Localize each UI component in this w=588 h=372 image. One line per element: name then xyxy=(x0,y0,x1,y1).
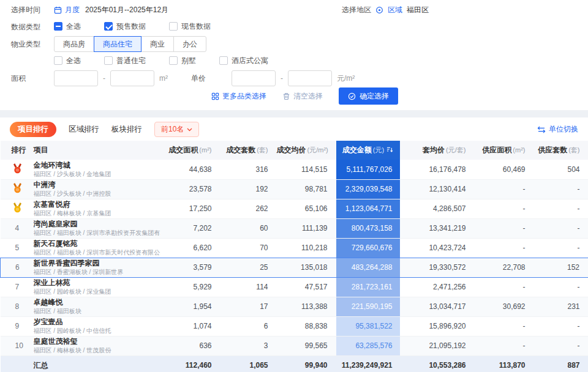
project-cell: 岁宝壹品 福田区 / 园岭板块 / 中信信托 xyxy=(29,316,160,336)
column-header-label: 供应套数 xyxy=(538,146,567,154)
cell-unit-avg-price: 2,471,256 xyxy=(400,277,475,297)
checkbox-option[interactable]: 酒店式公寓 xyxy=(219,56,268,66)
price-min-input[interactable] xyxy=(232,70,276,86)
unit-price-unit: 元/m² xyxy=(337,73,355,84)
project-name[interactable]: 新天石厦铭苑 xyxy=(34,239,160,248)
cell-deal-units: 6 xyxy=(221,316,277,336)
checkbox-option[interactable]: 预售数据 xyxy=(104,21,146,32)
project-name[interactable]: 中洲湾 xyxy=(34,180,160,189)
cell-supply-units: - xyxy=(534,316,588,336)
property-type-tab[interactable]: 办公 xyxy=(173,36,206,52)
unit-switch-button[interactable]: 单位切换 xyxy=(537,124,578,135)
medal-icon xyxy=(13,163,22,176)
sort-desc-icon[interactable] xyxy=(386,146,393,155)
ranking-tab[interactable]: 项目排行 xyxy=(10,122,56,137)
more-categories-button[interactable]: 更多品类选择 xyxy=(211,91,266,102)
table-row[interactable]: 10 皇庭世茂裕玺 福田区 / 梅林板块 / 世茂股份 636 3 99,565… xyxy=(1,336,588,355)
table-row[interactable]: 8 卓越峰悦 福田区 / 福田板块 1,954 17 113,388 221,5… xyxy=(1,297,588,316)
table-header-row: 排行项目成交面积(m²)成交套数(套)成交均价(元/m²)成交金额(元)套均价(… xyxy=(1,141,588,160)
time-range-value[interactable]: 2025年01月--2025年12月 xyxy=(85,5,168,15)
time-mode[interactable]: 月度 xyxy=(65,5,80,15)
area-max-input[interactable] xyxy=(110,70,154,86)
total-unit-avg-price: 10,553,286 xyxy=(400,355,475,372)
cell-deal-avg-price: 110,218 xyxy=(277,238,336,258)
rank-cell xyxy=(1,179,29,199)
cell-supply-area: 22,708 xyxy=(475,258,534,277)
column-header[interactable]: 成交金额(元) xyxy=(336,141,400,160)
project-location: 福田区 / 园岭板块 / 中信信托 xyxy=(34,327,160,335)
project-cell: 卓越峰悦 福田区 / 福田板块 xyxy=(29,297,160,316)
table-row[interactable]: 6 新世界香蜜四季家园 福田区 / 香蜜湖板块 / 深圳新世界 3,579 25… xyxy=(1,258,588,277)
table-row[interactable]: 中洲湾 福田区 / 沙头板块 / 中洲控股 23,578 192 98,781 … xyxy=(1,179,588,199)
checkbox-option[interactable]: 现售数据 xyxy=(169,21,211,32)
cell-unit-avg-price: 16,176,478 xyxy=(400,160,475,179)
project-name[interactable]: 京基富悦府 xyxy=(34,200,160,209)
rank-number: 10 xyxy=(15,341,23,350)
checkbox-label: 普通住宅 xyxy=(116,56,146,66)
area-min-input[interactable] xyxy=(54,70,98,86)
project-name[interactable]: 深业上林苑 xyxy=(34,278,160,287)
project-name[interactable]: 皇庭世茂裕玺 xyxy=(34,337,160,346)
property-type-tab[interactable]: 商品房 xyxy=(54,36,94,52)
cell-deal-amount: 5,111,767,026 xyxy=(336,160,400,179)
confirm-selection-button[interactable]: 确定选择 xyxy=(339,87,398,105)
region-type[interactable]: 区域 xyxy=(388,5,402,15)
cell-supply-units: - xyxy=(534,179,588,199)
column-header-unit: (套) xyxy=(568,146,579,154)
checkbox-icon xyxy=(219,56,228,65)
column-header[interactable]: 供应面积(m²) xyxy=(475,141,534,160)
cell-supply-area: - xyxy=(475,179,534,199)
column-header[interactable]: 排行 xyxy=(1,141,29,160)
property-type-tab[interactable]: 商业 xyxy=(141,36,174,52)
checkbox-option[interactable]: 别墅 xyxy=(169,56,196,66)
table-row[interactable]: 金地环湾城 福田区 / 沙头板块 / 金地集团 44,638 316 114,5… xyxy=(1,160,588,179)
cell-deal-units: 25 xyxy=(221,258,277,277)
region-value[interactable]: 福田区 xyxy=(407,5,429,15)
cell-supply-units: - xyxy=(534,238,588,258)
column-header[interactable]: 套均价(元/套) xyxy=(400,141,475,160)
medal-icon xyxy=(13,183,22,195)
clear-selection-button[interactable]: 清空选择 xyxy=(282,91,323,102)
project-name[interactable]: 湾尚庭皇家园 xyxy=(34,220,160,228)
property-type-tab[interactable]: 商品住宅 xyxy=(94,36,141,52)
calendar-icon xyxy=(54,6,62,14)
checkbox-option[interactable]: 全选 xyxy=(54,21,81,32)
project-name[interactable]: 金地环湾城 xyxy=(34,161,160,169)
rank-number: 4 xyxy=(15,224,20,232)
table-row[interactable]: 7 深业上林苑 福田区 / 园岭板块 / 深业集团 5,929 114 47,5… xyxy=(1,277,588,297)
column-header-unit: (元/套) xyxy=(446,146,466,154)
project-name[interactable]: 新世界香蜜四季家园 xyxy=(34,259,160,267)
project-name[interactable]: 岁宝壹品 xyxy=(34,318,160,326)
ranking-tab[interactable]: 板块排行 xyxy=(111,122,142,137)
ranking-tab[interactable]: 区域排行 xyxy=(69,122,99,137)
table-row[interactable]: 5 新天石厦铭苑 福田区 / 福田板块 / 深圳市新天时代投资有限公... 6,… xyxy=(1,238,588,258)
price-max-input[interactable] xyxy=(288,70,332,86)
rank-number: 7 xyxy=(15,283,20,291)
column-header[interactable]: 成交面积(m²) xyxy=(160,141,221,160)
column-header[interactable]: 成交套数(套) xyxy=(221,141,277,160)
cell-supply-units: - xyxy=(534,277,588,297)
table-row[interactable]: 4 湾尚庭皇家园 福田区 / 福田板块 / 深圳市承勘投资开发集团有... 7,… xyxy=(1,218,588,238)
checkbox-option[interactable]: 普通住宅 xyxy=(104,56,146,66)
project-name[interactable]: 卓越峰悦 xyxy=(34,298,160,307)
checkbox-label: 全选 xyxy=(66,21,81,32)
column-header[interactable]: 供应套数(套) xyxy=(534,141,588,160)
project-cell: 新世界香蜜四季家园 福田区 / 香蜜湖板块 / 深圳新世界 xyxy=(29,258,160,277)
checkbox-option[interactable]: 全选 xyxy=(54,56,81,66)
cell-unit-avg-price: 10,423,724 xyxy=(400,238,475,258)
table-row[interactable]: 京基富悦府 福田区 / 梅林板块 / 京基集团 17,250 262 65,10… xyxy=(1,199,588,218)
project-cell: 皇庭世茂裕玺 福田区 / 梅林板块 / 世茂股份 xyxy=(29,336,160,355)
cell-deal-area: 636 xyxy=(160,336,221,355)
rank-cell: 7 xyxy=(1,277,29,297)
chevron-down-icon xyxy=(187,128,192,132)
column-header[interactable]: 项目 xyxy=(29,141,160,160)
total-supply-area: 113,870 xyxy=(475,355,534,372)
area-range-dash: - xyxy=(103,74,105,83)
rank-cell xyxy=(1,199,29,218)
checkbox-label: 现售数据 xyxy=(181,21,211,32)
table-row[interactable]: 9 岁宝壹品 福田区 / 园岭板块 / 中信信托 1,074 6 88,838 … xyxy=(1,316,588,336)
column-header[interactable]: 成交均价(元/m²) xyxy=(277,141,336,160)
rank-cell: 9 xyxy=(1,316,29,336)
top-n-dropdown[interactable]: 前10名 xyxy=(154,122,199,137)
unit-price-label: 单价 xyxy=(191,73,232,84)
